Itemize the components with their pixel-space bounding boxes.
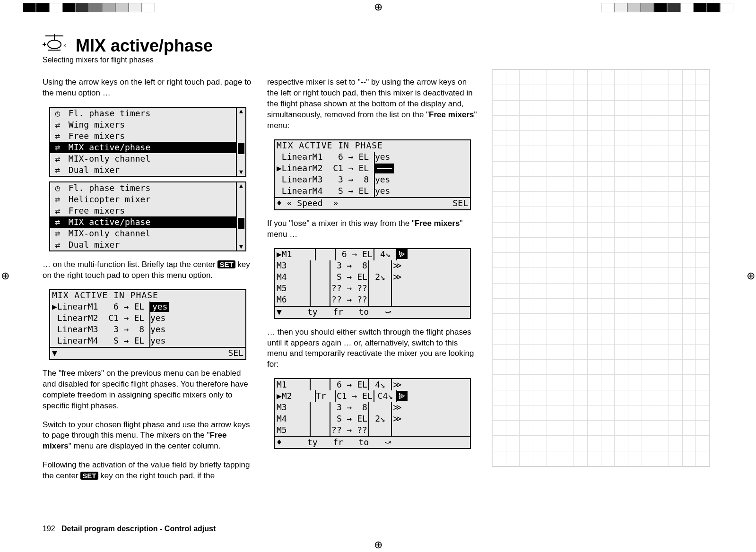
lcd-row: M4 S → EL2↘≫ [275,413,470,424]
scroll-up-icon: ▲ [239,108,243,115]
column-2: respective mixer is set to "--" by using… [267,69,478,490]
para: Using the arrow keys on the left or righ… [43,77,253,99]
svg-text:×: × [63,43,66,48]
scrollbar: ▲▼ [236,108,245,176]
scroll-down-icon: ▼ [239,169,243,176]
lcd-row: ▶M1 6 → EL4↘⫸ [275,249,470,260]
lcd-row: LinearM3 3 → 8 yes [275,174,470,186]
registration-mark-top: ⊕ [374,1,382,13]
lcd-row: LinearM2 C1 → EL yes [50,313,245,324]
menu-item: ◷ Fl. phase timers [50,182,237,194]
page-title: MIX active/phase [76,36,213,56]
lcd-footer: ♦ « Speed »SEL [275,197,470,209]
colorbar-right [601,3,733,11]
menu-item: ⇄ MIX active/phase [50,216,237,228]
column-1: Using the arrow keys on the left or righ… [43,69,253,490]
lcd-title: MIX ACTIVE IN PHASE [275,140,470,152]
column-3 [492,69,709,490]
helicopter-icon: × [43,33,66,56]
notes-grid [492,69,710,467]
scrollbar: ▲▼ [236,182,245,250]
lcd-row: M3 3 → 8≫ [275,402,470,413]
menu-item: ⇄ MIX-only channel [50,153,237,164]
scroll-up-icon: ▲ [239,182,243,190]
menu-item: ⇄ Helicopter mixer [50,194,237,205]
lcd-row: LinearM1 6 → EL yes [275,152,470,163]
registration-mark-left: ⊕ [1,270,9,282]
lcd-mix-active-2: MIX ACTIVE IN PHASE LinearM1 6 → EL yes▶… [274,139,471,210]
lcd-free-mixers-2: M1 6 → EL4↘≫▶M2TrC1 → ELC4↘⫸ M3 3 → 8≫ M… [274,378,471,449]
lcd-row: M4 S → EL2↘≫ [275,272,470,283]
menu-item: ⇄ Free mixers [50,130,237,142]
page-footer: 192 Detail program description - Control… [43,525,216,533]
colorbar-left [23,3,155,11]
lcd-row: LinearM3 3 → 8 yes [50,324,245,336]
svg-point-2 [48,40,61,49]
menu-item: ⇄ Wing mixers [50,119,237,130]
scroll-down-icon: ▼ [239,243,243,250]
set-key-label: SET [80,472,98,480]
menu-item: ⇄ Dual mixer [50,164,237,176]
lcd-mix-active-1: MIX ACTIVE IN PHASE▶LinearM1 6 → EL yes … [49,289,246,360]
registration-mark-bottom: ⊕ [374,539,382,551]
lcd-row: M5?? → ?? [275,424,470,436]
menu-item: ⇄ MIX active/phase [50,142,237,153]
registration-mark-right: ⊕ [747,270,755,282]
menu-item: ⇄ MIX-only channel [50,228,237,239]
footer-text: Detail program description - Control adj… [61,525,216,533]
para: Switch to your chosen flight phase and u… [43,420,253,452]
lcd-footer: ▼ ty fr to ⤻ [275,306,470,318]
lcd-row: LinearM4 S → EL yes [50,336,245,347]
lcd-row: ▶M2TrC1 → ELC4↘⫸ [275,390,470,402]
para: The "free mixers" on the previous menu c… [43,368,253,412]
menu-item: ⇄ Free mixers [50,205,237,216]
lcd-row: ▶LinearM2 C1 → EL ––– [275,163,470,174]
lcd-row: ▶LinearM1 6 → EL yes [50,302,245,313]
lcd-menu-1: ◷ Fl. phase timers⇄ Wing mixers⇄ Free mi… [49,107,246,177]
lcd-row: M1 6 → EL4↘≫ [275,379,470,390]
para: … on the multi-function list. Briefly ta… [43,259,253,281]
para: If you "lose" a mixer in this way from t… [267,218,478,240]
para: respective mixer is set to "--" by using… [267,77,478,131]
lcd-menu-2: ◷ Fl. phase timers⇄ Helicopter mixer⇄ Fr… [49,181,246,251]
lcd-free-mixers-1: ▶M1 6 → EL4↘⫸ M3 3 → 8≫ M4 S → EL2↘≫ M5?… [274,248,471,319]
lcd-footer: ♦ ty fr to ⤻ [275,436,470,448]
para: Following the activation of the value fi… [43,460,253,482]
lcd-row: M5?? → ?? [275,283,470,294]
lcd-row: M6?? → ?? [275,294,470,306]
menu-item: ⇄ Dual mixer [50,239,237,250]
lcd-footer: ▼SEL [50,347,245,359]
lcd-row: M3 3 → 8≫ [275,260,470,272]
lcd-row: LinearM4 S → EL yes [275,186,470,197]
page-subtitle: Selecting mixers for flight phases [43,56,713,64]
page-number: 192 [43,525,55,533]
menu-item: ◷ Fl. phase timers [50,108,237,119]
para: … then you should either switch through … [267,327,478,371]
set-key-label: SET [217,260,235,268]
lcd-title: MIX ACTIVE IN PHASE [50,290,245,302]
